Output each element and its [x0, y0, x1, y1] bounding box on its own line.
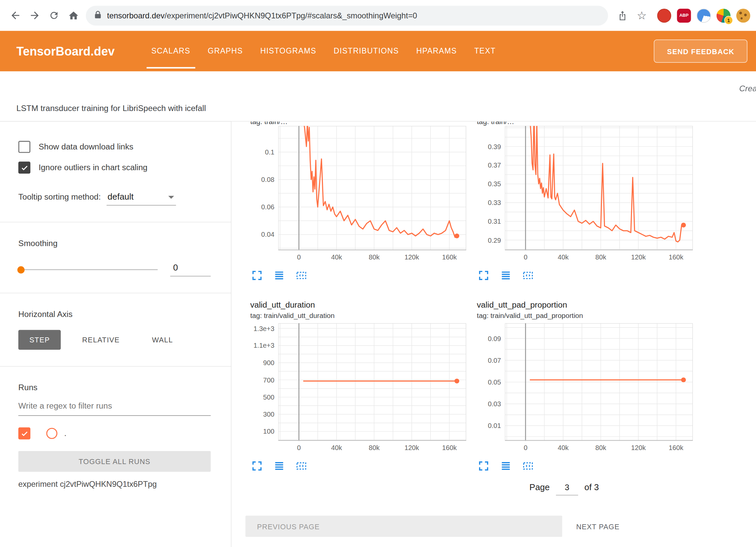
- brand-logo[interactable]: TensorBoard.dev: [16, 44, 115, 58]
- divider: [0, 222, 231, 222]
- tooltip-sorting-label: Tooltip sorting method:: [18, 193, 101, 202]
- tab-histograms[interactable]: HISTOGRAMS: [260, 31, 317, 71]
- fit-domain-icon[interactable]: [295, 269, 307, 281]
- share-button[interactable]: [613, 6, 632, 25]
- scalar-chart-svg[interactable]: [505, 126, 693, 250]
- address-bar[interactable]: tensorboard.dev/experiment/cj2vtPiwQHKN9…: [86, 6, 608, 25]
- scalar-chart-svg[interactable]: [505, 323, 693, 441]
- home-button[interactable]: [64, 6, 83, 25]
- fullscreen-icon[interactable]: [478, 460, 490, 472]
- fullscreen-icon[interactable]: [478, 269, 490, 281]
- back-button[interactable]: [6, 6, 25, 25]
- back-arrow-icon: [10, 10, 21, 21]
- show-download-links-checkbox[interactable]: [18, 141, 30, 153]
- forward-button[interactable]: [25, 6, 44, 25]
- x-tick-label: 160k: [664, 253, 688, 261]
- x-tick-label: 120k: [626, 253, 650, 261]
- reload-icon: [49, 10, 59, 21]
- tab-graphs[interactable]: GRAPHS: [208, 31, 243, 71]
- home-icon: [68, 10, 79, 21]
- toggle-all-runs-button[interactable]: TOGGLE ALL RUNS: [18, 451, 211, 472]
- x-tick-label: 80k: [362, 444, 386, 451]
- tooltip-sorting-value: default: [108, 192, 134, 202]
- data-table-icon[interactable]: [273, 269, 285, 281]
- x-tick-label: 40k: [325, 253, 349, 261]
- y-tick-label: 0.1: [250, 147, 274, 156]
- axis-step-button[interactable]: STEP: [18, 330, 61, 350]
- chevron-down-icon: [168, 196, 174, 199]
- tab-text[interactable]: TEXT: [474, 31, 496, 71]
- data-table-icon[interactable]: [500, 460, 512, 472]
- extension-misc-icon[interactable]: [697, 8, 711, 22]
- data-table-icon[interactable]: [273, 460, 285, 472]
- y-tick-label: 0.08: [250, 175, 274, 184]
- scalar-chart[interactable]: 1003005007009001.1e+31.3e+3: [250, 323, 466, 441]
- y-tick-label: 0.03: [477, 400, 501, 408]
- send-feedback-button[interactable]: SEND FEEDBACK: [654, 39, 747, 63]
- y-tick-label: 0.31: [477, 217, 501, 226]
- tab-distributions[interactable]: DISTRIBUTIONS: [334, 31, 399, 71]
- tab-hparams[interactable]: HPARAMS: [416, 31, 457, 71]
- share-icon: [618, 10, 627, 21]
- page-number-input[interactable]: [556, 483, 578, 496]
- axis-relative-button[interactable]: RELATIVE: [71, 330, 131, 350]
- divider: [0, 293, 231, 293]
- settings-sidebar: Show data download links Ignore outliers…: [0, 122, 231, 547]
- runs-label: Runs: [18, 383, 211, 393]
- show-download-links-label: Show data download links: [38, 142, 133, 152]
- tab-scalars[interactable]: SCALARS: [151, 31, 191, 71]
- extension-abp-icon[interactable]: ABP: [677, 8, 691, 22]
- y-tick-label: 0.06: [250, 203, 274, 211]
- scalar-chart-svg[interactable]: [278, 126, 466, 250]
- axis-wall-button[interactable]: WALL: [141, 330, 184, 350]
- reload-button[interactable]: [44, 6, 64, 25]
- next-page-button[interactable]: NEXT PAGE: [573, 516, 622, 537]
- extension-cookie-icon[interactable]: [736, 8, 750, 22]
- chart-actions: [477, 269, 692, 281]
- scalar-chart-svg[interactable]: [278, 323, 466, 441]
- tooltip-sorting-dropdown[interactable]: default: [107, 192, 176, 205]
- data-table-icon[interactable]: [500, 269, 512, 281]
- y-axis: 1003005007009001.1e+31.3e+3: [250, 323, 278, 441]
- y-tick-label: 1.3e+3: [250, 324, 274, 333]
- runs-filter-input[interactable]: [18, 401, 211, 416]
- x-tick-label: 120k: [400, 444, 424, 451]
- run-name: .: [64, 429, 67, 438]
- smoothing-slider[interactable]: [18, 269, 158, 270]
- run-color-circle-icon[interactable]: [46, 428, 57, 439]
- experiment-caption: experiment cj2vtPiwQHKN9Q1tx6PTpg: [18, 479, 211, 488]
- fullscreen-icon[interactable]: [251, 269, 263, 281]
- scalar-chart[interactable]: 0.040.060.080.1: [250, 126, 466, 250]
- y-tick-label: 0.37: [477, 160, 501, 169]
- toolbar-right: ☆ ABP 1: [613, 6, 750, 25]
- x-tick-label: 80k: [589, 253, 613, 261]
- screen: tensorboard.dev/experiment/cj2vtPiwQHKN9…: [0, 0, 756, 547]
- smoothing-slider-thumb[interactable]: [17, 266, 25, 274]
- horizontal-axis-label: Horizontal Axis: [18, 310, 211, 319]
- fit-domain-icon[interactable]: [522, 460, 534, 472]
- charts-panel: tag: train/… 0.040.060.080.1 040k80k120k…: [231, 122, 756, 547]
- x-axis: 040k80k120k160k: [250, 441, 466, 454]
- y-axis: 0.040.060.080.1: [250, 126, 278, 250]
- y-tick-label: 100: [250, 427, 274, 436]
- ignore-outliers-checkbox[interactable]: [18, 161, 30, 174]
- series-endpoint-dot: [455, 233, 459, 238]
- chart-tag: tag: train/valid_utt_pad_proportion: [477, 311, 692, 320]
- pagination: Page of 3: [529, 482, 599, 496]
- abp-label: ABP: [679, 13, 688, 18]
- bookmark-button[interactable]: ☆: [632, 6, 651, 25]
- fullscreen-icon[interactable]: [251, 460, 263, 472]
- y-tick-label: 0.39: [477, 142, 501, 151]
- run-checkbox[interactable]: [18, 427, 30, 439]
- url-text: tensorboard.dev/experiment/cj2vtPiwQHKN9…: [107, 11, 417, 20]
- chart-actions: [477, 460, 692, 472]
- ssl-lock-icon[interactable]: [95, 10, 101, 20]
- smoothing-value-input[interactable]: [170, 263, 211, 276]
- fit-domain-icon[interactable]: [295, 460, 307, 472]
- profile-avatar[interactable]: 1: [717, 8, 731, 22]
- fit-domain-icon[interactable]: [522, 269, 534, 281]
- scalar-chart[interactable]: 0.010.030.050.070.09: [477, 323, 692, 441]
- extension-adblock-icon[interactable]: [657, 8, 671, 22]
- scalar-chart[interactable]: 0.290.310.330.350.370.39: [477, 126, 692, 250]
- previous-page-button[interactable]: PREVIOUS PAGE: [245, 516, 562, 537]
